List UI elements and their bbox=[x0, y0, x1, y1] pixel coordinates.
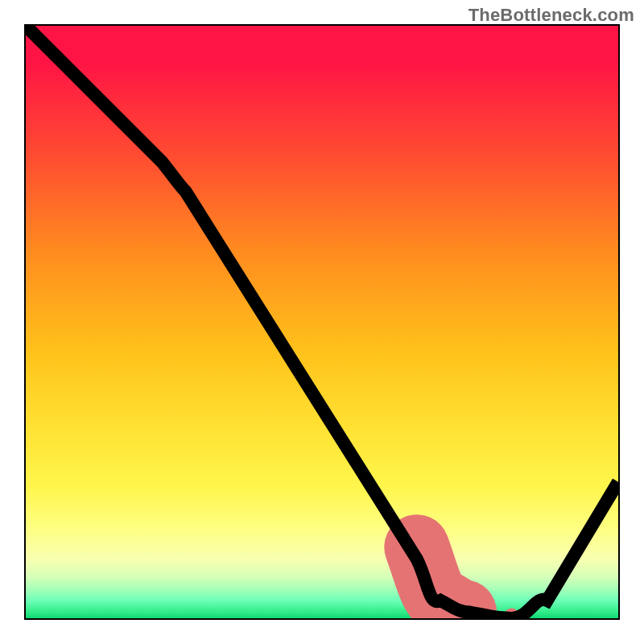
bottleneck-curve bbox=[26, 26, 618, 618]
plot-svg bbox=[26, 26, 618, 618]
plot-frame bbox=[24, 24, 620, 620]
watermark-text: TheBottleneck.com bbox=[469, 5, 634, 26]
